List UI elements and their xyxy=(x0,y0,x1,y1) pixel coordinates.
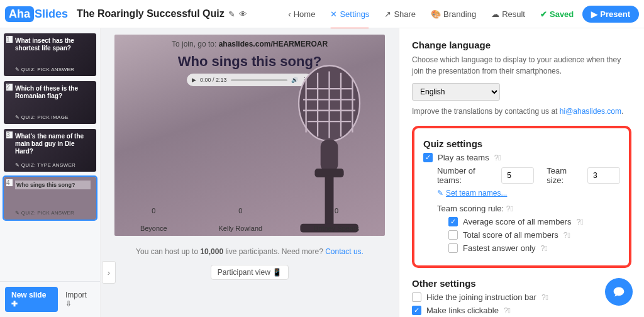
thumb-type: QUIZ: TYPE ANSWER xyxy=(15,162,75,168)
host-note: You can host up to 10,000 live participa… xyxy=(136,247,364,256)
svg-rect-2 xyxy=(321,140,338,172)
nav-result[interactable]: ☁Result xyxy=(485,6,531,23)
play-icon: ▶ xyxy=(591,9,597,19)
help-icon[interactable]: ?⃝ xyxy=(504,306,511,315)
set-team-names-link[interactable]: ✎ Set team names... xyxy=(437,189,620,197)
play-icon[interactable]: ▶ xyxy=(192,77,196,83)
thumb-2[interactable]: 2 Which of these is the Romanian flag? Q… xyxy=(4,81,96,124)
improve-pre: Improve the translations by contacting u… xyxy=(412,107,560,116)
play-as-teams-checkbox[interactable] xyxy=(423,153,433,162)
thumb-title: Who sings this song? xyxy=(15,181,91,189)
new-slide-button[interactable]: New slide ✚ xyxy=(5,287,58,312)
hostnote-pre: You can host up to xyxy=(136,247,200,256)
thumb-title: What insect has the shortest life span? xyxy=(15,37,91,52)
help-icon[interactable]: ?⃝ xyxy=(564,231,570,240)
rule-fastest-checkbox[interactable] xyxy=(448,243,458,253)
thumb-number: 2 xyxy=(6,84,13,91)
rule-average-row: Average score of all members ?⃝ xyxy=(448,217,620,226)
team-numbers-row: Number of teams: Team size: xyxy=(437,166,620,185)
links-clickable-checkbox[interactable] xyxy=(412,306,421,315)
new-slide-label: New slide xyxy=(11,291,46,299)
change-language-heading: Change language xyxy=(412,40,631,50)
slide-preview: To join, go to: ahaslides.com/HEARMEROAR… xyxy=(114,35,385,236)
present-button[interactable]: ▶Present xyxy=(582,6,639,23)
rule-average-checkbox[interactable] xyxy=(448,217,458,226)
other-settings-heading: Other settings xyxy=(412,278,631,289)
thumb-type: QUIZ: PICK IMAGE xyxy=(15,114,69,120)
quiz-settings-heading: Quiz settings xyxy=(423,138,620,149)
pencil-icon: ✎ xyxy=(437,189,443,197)
help-icon[interactable]: ?⃝ xyxy=(494,153,501,162)
help-icon[interactable]: ?⃝ xyxy=(541,293,548,302)
help-icon[interactable]: ?⃝ xyxy=(576,218,583,226)
logo[interactable]: Aha Slides xyxy=(5,6,68,22)
saved-label: Saved xyxy=(550,9,574,19)
play-as-teams-label: Play as teams xyxy=(438,153,489,162)
settings-panel: Change language Choose which language to… xyxy=(399,28,644,317)
num-teams-label: Number of teams: xyxy=(437,166,496,185)
hide-join-checkbox[interactable] xyxy=(412,292,421,302)
audio-time: 0:00 / 2:13 xyxy=(200,77,227,83)
thumb-number: 1 xyxy=(6,36,13,43)
thumb-4[interactable]: 4 Who sings this song? QUIZ: PICK ANSWER xyxy=(4,177,96,220)
import-label: Import xyxy=(65,291,87,299)
scoring-rule-label: Team scoring rule: xyxy=(437,204,504,213)
num-teams-input[interactable] xyxy=(501,167,534,184)
thumb-1[interactable]: 1 What insect has the shortest life span… xyxy=(4,33,96,76)
join-pre: To join, go to: xyxy=(172,40,219,48)
language-select[interactable]: English xyxy=(412,83,500,101)
rule-fastest-row: Fastest answer only ?⃝ xyxy=(448,243,620,253)
top-nav: ‹Home ✕Settings ↗Share 🎨Branding ☁Result… xyxy=(282,6,639,23)
thumb-title: What's the name of the main bad guy in D… xyxy=(15,133,91,155)
links-clickable-label: Make links clickable xyxy=(426,306,499,315)
team-size-input[interactable] xyxy=(587,167,620,184)
import-button[interactable]: Import ⇩ xyxy=(63,287,96,312)
hostnote-num: 10,000 xyxy=(200,247,223,256)
help-icon[interactable]: ?⃝ xyxy=(541,244,548,253)
join-instruction: To join, go to: ahaslides.com/HEARMEROAR xyxy=(114,40,385,48)
cloud-icon: ☁ xyxy=(491,9,499,19)
thumb-title: Which of these is the Romanian flag? xyxy=(15,85,91,100)
set-team-names-label: Set team names... xyxy=(446,189,507,197)
rule-total-label: Total score of all members xyxy=(463,230,558,240)
collapse-thumbs-button[interactable]: › xyxy=(102,261,116,284)
x-icon: ✕ xyxy=(330,9,337,19)
answer-1: Beyonce xyxy=(140,207,167,232)
pencil-icon[interactable]: ✎ xyxy=(228,9,235,19)
improve-translations: Improve the translations by contacting u… xyxy=(412,106,631,117)
chat-bubble-button[interactable] xyxy=(605,278,633,306)
nav-home-label: Home xyxy=(294,9,316,19)
nav-share[interactable]: ↗Share xyxy=(378,6,422,23)
thumb-number: 4 xyxy=(6,179,13,186)
hide-join-label: Hide the joining instruction bar xyxy=(426,292,536,302)
team-size-label: Team size: xyxy=(547,166,582,185)
answer-options: Beyonce Kelly Rowland Britney Spears xyxy=(114,207,385,232)
thumb-type: QUIZ: PICK ANSWER xyxy=(15,67,74,72)
change-language-desc: Choose which language to display to your… xyxy=(412,54,631,77)
pview-label: Participant view xyxy=(218,268,270,277)
help-icon[interactable]: ?⃝ xyxy=(506,204,513,213)
join-url: ahaslides.com/HEARMEROAR xyxy=(219,40,328,48)
rule-total-checkbox[interactable] xyxy=(448,230,458,240)
thumb-3[interactable]: 3 What's the name of the main bad guy in… xyxy=(4,129,96,172)
quiz-settings-box: Quiz settings Play as teams ?⃝ Number of… xyxy=(412,126,631,268)
eye-icon[interactable]: 👁 xyxy=(239,9,247,19)
rule-average-label: Average score of all members xyxy=(463,217,571,226)
nav-home[interactable]: ‹Home xyxy=(282,6,321,23)
check-icon: ✔ xyxy=(540,9,547,19)
rule-total-row: Total score of all members ?⃝ xyxy=(448,230,620,240)
nav-settings[interactable]: ✕Settings xyxy=(324,6,375,23)
nav-branding-label: Branding xyxy=(443,9,476,19)
present-label: Present xyxy=(600,9,630,19)
nav-share-label: Share xyxy=(394,9,416,19)
answer-3: Britney Spears xyxy=(314,207,359,232)
slide-thumbnails: 1 What insect has the shortest life span… xyxy=(0,28,101,317)
presentation-title[interactable]: The Roaringly Successful Quiz xyxy=(77,8,225,19)
hide-join-row: Hide the joining instruction bar ?⃝ xyxy=(412,292,631,302)
contact-link[interactable]: Contact us. xyxy=(325,247,364,256)
participant-view-button[interactable]: Participant view 📱 xyxy=(211,265,289,280)
improve-email-link[interactable]: hi@ahaslides.com xyxy=(560,107,621,116)
hostnote-post: live participants. Need more? xyxy=(223,247,325,256)
editor-canvas: To join, go to: ahaslides.com/HEARMEROAR… xyxy=(101,28,399,317)
nav-branding[interactable]: 🎨Branding xyxy=(425,6,482,23)
